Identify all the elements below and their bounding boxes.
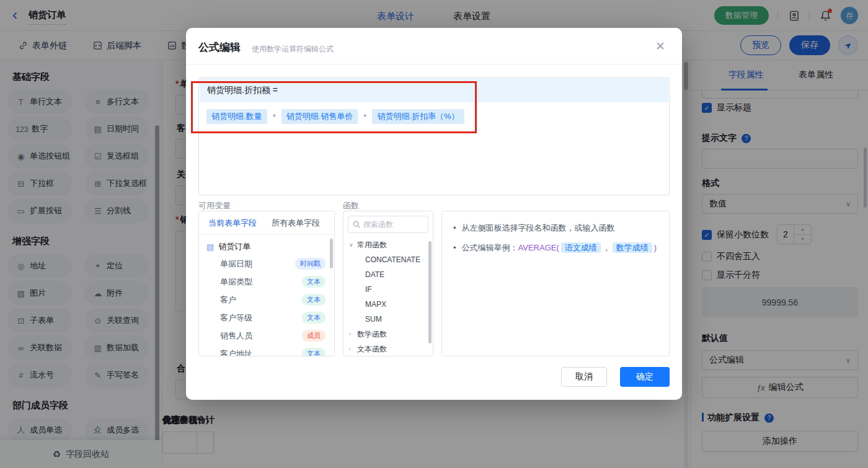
functions-panel: ∨ 常用函数 CONCATENATE DATE <box>343 211 433 356</box>
bullet-icon: • <box>453 222 456 234</box>
variables-scrollbar-thumb[interactable] <box>330 239 333 268</box>
variable-field-list: 单据日期 时间戳 单据类型 文本 客户 文本 客户等级 <box>199 255 334 356</box>
functions-scrollbar-thumb[interactable] <box>428 241 432 343</box>
example-function-name: AVERAGE( <box>518 243 559 252</box>
bullet-icon: • <box>453 242 456 254</box>
example-field-chip: 语文成绩 <box>561 242 601 253</box>
function-search-input[interactable] <box>363 220 419 229</box>
function-row[interactable]: SUM <box>343 312 433 327</box>
variable-field-row[interactable]: 客户 文本 <box>199 291 334 309</box>
tip-line-2: • 公式编辑举例：AVERAGE(语文成绩，数学成绩) <box>453 242 658 254</box>
function-row[interactable]: MAPX <box>343 297 433 312</box>
variable-field-row[interactable]: 客户等级 文本 <box>199 309 334 327</box>
field-type-badge: 文本 <box>302 294 326 306</box>
confirm-button[interactable]: 确定 <box>620 367 670 387</box>
functions-panel-label: 函数 <box>343 200 359 211</box>
field-type-badge: 文本 <box>302 312 326 324</box>
formula-token[interactable]: 销货明细.销售单价 <box>281 109 358 124</box>
function-row[interactable]: ∨ 常用函数 <box>343 237 433 252</box>
formula-token[interactable]: 销货明细.折扣率（%） <box>372 109 464 124</box>
tip-line-1: • 从左侧面板选择字段名和函数，或输入函数 <box>453 222 658 234</box>
function-search-box <box>348 216 428 233</box>
formula-expression: 销货明细.数量*销货明细.销售单价*销货明细.折扣率（%） <box>206 109 464 124</box>
tab-all-form-fields[interactable]: 所有表单字段 <box>272 218 320 229</box>
app-root: ‹ 销货订单 表单设计 表单设置 数据管理 存 表单外链 <box>0 0 868 468</box>
example-field-chip: 数学成绩 <box>613 242 652 253</box>
tree-chevron-icon: › <box>349 346 357 352</box>
field-type-badge: 文本 <box>302 348 326 356</box>
help-tips-panel: • 从左侧面板选择字段名和函数，或输入函数 • 公式编辑举例：AVERAGE(语… <box>441 211 670 356</box>
modal-header-divider <box>186 64 682 64</box>
tree-chevron-icon: ∨ <box>349 242 357 248</box>
formula-token[interactable]: * <box>363 112 366 121</box>
function-row[interactable]: DATE <box>343 267 433 282</box>
example-function-close: ) <box>654 243 657 252</box>
variable-field-row[interactable]: 单据日期 时间戳 <box>199 255 334 273</box>
function-row[interactable]: CONCATENATE <box>343 252 433 267</box>
function-list: ∨ 常用函数 CONCATENATE DATE <box>343 237 433 356</box>
formula-token[interactable]: * <box>273 112 276 121</box>
field-type-badge: 文本 <box>302 276 326 288</box>
variable-field-row[interactable]: 客户地址 文本 <box>199 345 334 356</box>
variable-field-row[interactable]: 单据类型 文本 <box>199 273 334 291</box>
modal-subtitle: 使用数学运算符编辑公式 <box>252 44 334 55</box>
formula-editor-area[interactable]: 销货明细.折扣额 = 销货明细.数量*销货明细.销售单价*销货明细.折扣率（%） <box>198 77 670 195</box>
form-tree-root[interactable]: ▤ 销货订单 <box>199 235 334 255</box>
function-row[interactable]: IF <box>343 282 433 297</box>
field-type-badge: 成员 <box>302 330 326 342</box>
formula-target-line: 销货明细.折扣额 = <box>200 79 668 102</box>
variables-panel: 当前表单字段 所有表单字段 ▤ 销货订单 单据日期 时间戳 单据类型 文本 <box>198 211 335 356</box>
modal-title: 公式编辑 <box>198 40 241 55</box>
function-row[interactable]: › 数学函数 <box>343 327 433 342</box>
close-icon[interactable]: ✕ <box>655 39 665 53</box>
function-row[interactable]: › 文本函数 <box>343 342 433 356</box>
search-icon <box>353 221 360 228</box>
cancel-button[interactable]: 取消 <box>561 367 607 387</box>
tab-current-form-fields[interactable]: 当前表单字段 <box>208 218 257 229</box>
field-type-badge: 时间戳 <box>295 258 326 270</box>
tree-chevron-icon: › <box>349 331 357 337</box>
formula-editor-modal: 公式编辑 使用数学运算符编辑公式 ✕ 销货明细.折扣额 = 销货明细.数量*销货… <box>186 28 682 400</box>
form-doc-icon: ▤ <box>206 242 214 252</box>
formula-token[interactable]: 销货明细.数量 <box>206 109 267 124</box>
variable-field-row[interactable]: 销售人员 成员 <box>199 327 334 345</box>
variables-panel-label: 可用变量 <box>198 200 231 211</box>
variables-tabs: 当前表单字段 所有表单字段 <box>199 211 334 235</box>
